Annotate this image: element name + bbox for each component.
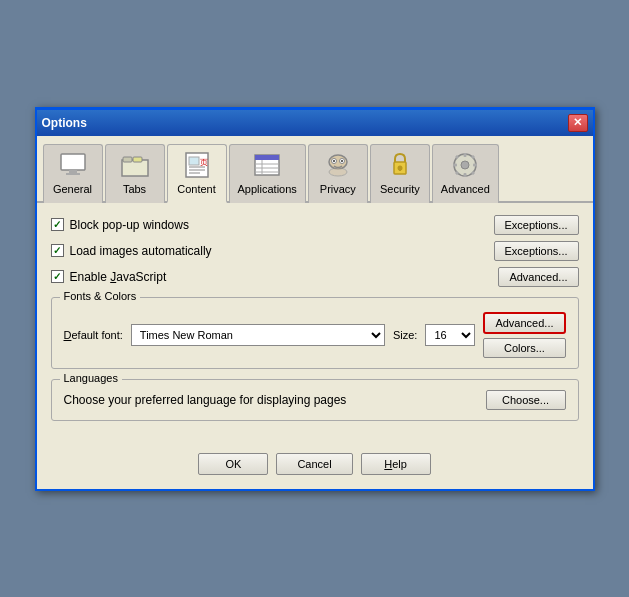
choose-language-button[interactable]: Choose... [486, 390, 566, 410]
tab-general[interactable]: General [43, 144, 103, 203]
fonts-group: Fonts & Colors Default font: Times New R… [51, 297, 579, 369]
languages-group: Languages Choose your preferred language… [51, 379, 579, 421]
svg-rect-1 [69, 170, 77, 173]
ok-button[interactable]: OK [198, 453, 268, 475]
tab-bar: General Tabs 页 [37, 136, 593, 203]
help-button[interactable]: Help [361, 453, 431, 475]
svg-point-21 [333, 160, 335, 162]
svg-rect-4 [123, 157, 132, 162]
cancel-button[interactable]: Cancel [276, 453, 352, 475]
languages-group-label: Languages [60, 372, 122, 384]
tab-security-label: Security [380, 183, 420, 195]
applications-icon [251, 149, 283, 181]
svg-rect-26 [399, 168, 401, 171]
default-font-label: Default font: [64, 329, 123, 341]
tab-advanced-label: Advanced [441, 183, 490, 195]
popup-exceptions-button[interactable]: Exceptions... [494, 215, 579, 235]
popup-checkbox[interactable] [51, 218, 64, 231]
javascript-advanced-button[interactable]: Advanced... [498, 267, 578, 287]
popup-label: Block pop-up windows [70, 218, 189, 232]
tab-general-label: General [53, 183, 92, 195]
general-icon [57, 149, 89, 181]
svg-rect-29 [464, 153, 467, 157]
svg-rect-31 [453, 163, 457, 166]
security-icon [384, 149, 416, 181]
javascript-checkbox[interactable] [51, 270, 64, 283]
font-row: Default font: Times New Roman Size: 16 A… [64, 312, 566, 358]
bottom-buttons: OK Cancel Help [37, 443, 593, 489]
tab-content-label: Content [177, 183, 216, 195]
languages-description: Choose your preferred language for displ… [64, 393, 347, 407]
tab-applications[interactable]: Applications [229, 144, 306, 203]
svg-rect-30 [464, 173, 467, 177]
images-checkbox[interactable] [51, 244, 64, 257]
images-row: Load images automatically Exceptions... [51, 241, 579, 261]
tab-privacy-label: Privacy [320, 183, 356, 195]
privacy-icon [322, 149, 354, 181]
font-select[interactable]: Times New Roman [131, 324, 385, 346]
svg-point-28 [461, 161, 469, 169]
title-bar-buttons: ✕ [568, 114, 588, 132]
svg-rect-5 [133, 157, 142, 162]
svg-point-22 [341, 160, 343, 162]
tab-advanced[interactable]: Advanced [432, 144, 499, 203]
tab-privacy[interactable]: Privacy [308, 144, 368, 203]
size-select[interactable]: 16 [425, 324, 475, 346]
tab-content[interactable]: 页 Content [167, 144, 227, 203]
javascript-label: Enable JavaScript [70, 270, 167, 284]
font-buttons: Advanced... Colors... [483, 312, 565, 358]
svg-text:页: 页 [200, 158, 208, 167]
advanced-icon [449, 149, 481, 181]
images-left: Load images automatically [51, 244, 212, 258]
popup-left: Block pop-up windows [51, 218, 189, 232]
fonts-group-label: Fonts & Colors [60, 290, 141, 302]
svg-rect-2 [66, 173, 80, 175]
close-button[interactable]: ✕ [568, 114, 588, 132]
content-area: Block pop-up windows Exceptions... Load … [37, 203, 593, 443]
tab-security[interactable]: Security [370, 144, 430, 203]
svg-rect-7 [189, 157, 199, 165]
fonts-advanced-button[interactable]: Advanced... [483, 312, 565, 334]
size-label: Size: [393, 329, 417, 341]
javascript-left: Enable JavaScript [51, 270, 167, 284]
tab-tabs-label: Tabs [123, 183, 146, 195]
images-exceptions-button[interactable]: Exceptions... [494, 241, 579, 261]
popup-row: Block pop-up windows Exceptions... [51, 215, 579, 235]
content-icon: 页 [181, 149, 213, 181]
title-bar: Options ✕ [37, 110, 593, 136]
svg-rect-0 [61, 154, 85, 170]
window-title: Options [42, 116, 87, 130]
languages-row: Choose your preferred language for displ… [64, 390, 566, 410]
tab-tabs[interactable]: Tabs [105, 144, 165, 203]
javascript-row: Enable JavaScript Advanced... [51, 267, 579, 287]
colors-button[interactable]: Colors... [483, 338, 565, 358]
svg-rect-32 [473, 163, 477, 166]
svg-rect-13 [255, 155, 279, 160]
tab-applications-label: Applications [238, 183, 297, 195]
images-label: Load images automatically [70, 244, 212, 258]
options-window: Options ✕ General [35, 107, 595, 491]
tabs-icon [119, 149, 151, 181]
svg-point-23 [329, 168, 347, 176]
checkboxes-section: Block pop-up windows Exceptions... Load … [51, 215, 579, 287]
